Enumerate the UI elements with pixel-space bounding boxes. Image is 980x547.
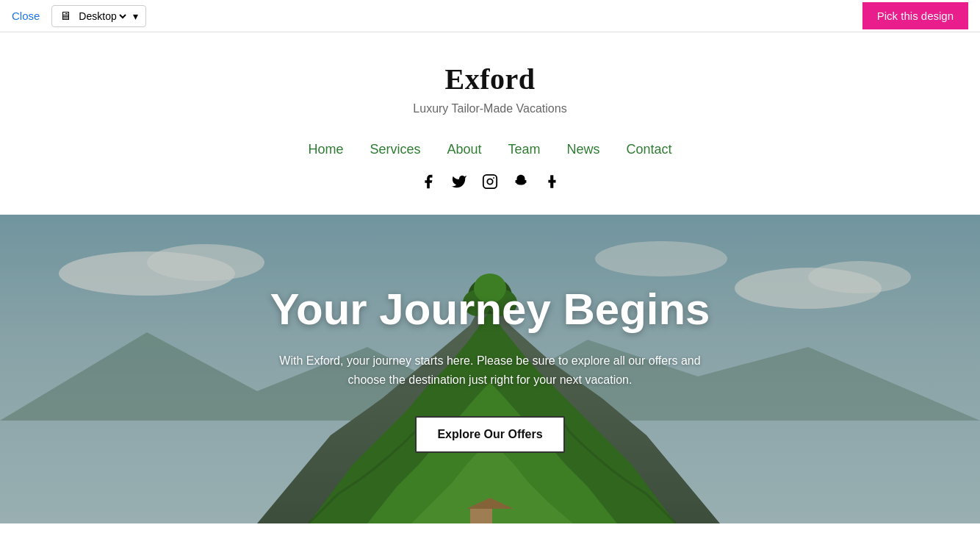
svg-rect-0	[483, 175, 497, 188]
snapchat-icon[interactable]	[513, 174, 529, 194]
hero-section: Your Journey Begins With Exford, your jo…	[0, 215, 980, 523]
nav-item-services[interactable]: Services	[370, 142, 420, 157]
toolbar-left: Close 🖥 Desktop Tablet Mobile ▾	[12, 5, 146, 27]
nav-item-team[interactable]: Team	[508, 142, 541, 157]
tumblr-icon[interactable]	[544, 174, 560, 194]
monitor-icon: 🖥	[60, 10, 71, 23]
social-bar	[0, 166, 980, 215]
hero-content: Your Journey Begins With Exford, your jo…	[240, 285, 740, 452]
nav-item-contact[interactable]: Contact	[627, 142, 672, 157]
device-dropdown[interactable]: Desktop Tablet Mobile	[76, 10, 129, 23]
facebook-icon[interactable]	[420, 174, 436, 194]
explore-offers-button[interactable]: Explore Our Offers	[415, 416, 564, 453]
site-header: Exford Luxury Tailor-Made Vacations	[0, 32, 980, 130]
nav-item-home[interactable]: Home	[308, 142, 343, 157]
hero-subtitle: With Exford, your journey starts here. P…	[270, 351, 710, 389]
site-title: Exford	[15, 62, 965, 96]
pick-design-button[interactable]: Pick this design	[862, 2, 968, 29]
hero-title: Your Journey Begins	[270, 285, 710, 334]
svg-point-1	[487, 179, 492, 184]
instagram-icon[interactable]	[482, 174, 498, 194]
site-nav: Home Services About Team News Contact	[0, 130, 980, 166]
nav-item-news[interactable]: News	[567, 142, 600, 157]
chevron-down-icon: ▾	[133, 10, 138, 22]
device-selector[interactable]: 🖥 Desktop Tablet Mobile ▾	[51, 5, 146, 27]
twitter-icon[interactable]	[451, 174, 467, 194]
toolbar: Close 🖥 Desktop Tablet Mobile ▾ Pick thi…	[0, 0, 980, 32]
close-button[interactable]: Close	[12, 10, 40, 22]
svg-point-2	[493, 177, 494, 179]
site-tagline: Luxury Tailor-Made Vacations	[15, 102, 965, 115]
nav-item-about[interactable]: About	[447, 142, 481, 157]
